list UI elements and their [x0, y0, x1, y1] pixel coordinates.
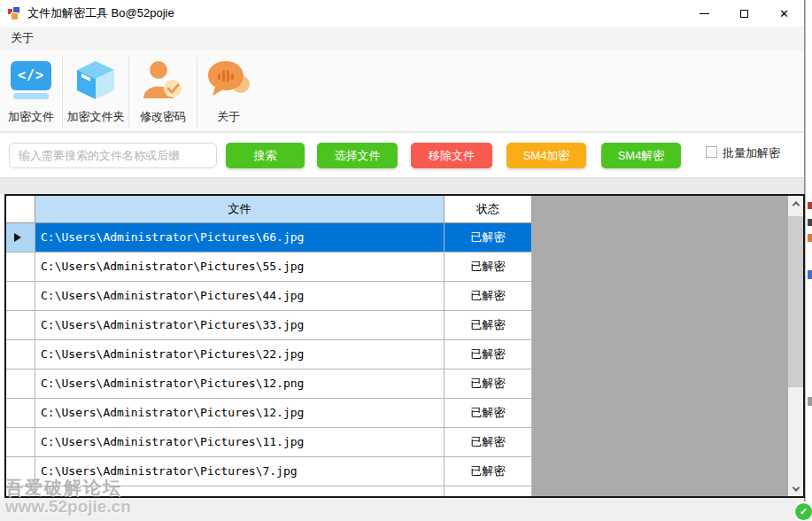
file-path-cell[interactable]: C:\Users\Administrator\Pictures\12.png	[35, 369, 445, 399]
batch-checkbox[interactable]	[706, 146, 717, 158]
minimize-icon	[700, 13, 709, 14]
current-row-arrow-icon	[14, 233, 21, 242]
maximize-button[interactable]	[724, 0, 764, 27]
minimize-button[interactable]	[684, 0, 724, 27]
remove-files-button[interactable]: 移除文件	[411, 143, 492, 168]
table-row[interactable]: C:\Users\Administrator\Pictures\33.jpg 已…	[6, 311, 803, 340]
window-title: 文件加解密工具 Bo@52pojie	[27, 5, 174, 21]
table-row[interactable]: C:\Users\Administrator\Pictures\12.png 已…	[6, 369, 803, 399]
search-button[interactable]: 搜索	[226, 143, 305, 168]
row-header-cell[interactable]	[6, 399, 35, 428]
toolbar-item-change-password[interactable]: 修改密码	[129, 55, 197, 129]
status-cell[interactable]: 已解密	[445, 253, 532, 282]
background-fragment	[808, 202, 812, 209]
menu-item-about[interactable]: 关于	[0, 27, 44, 50]
title-bar: 文件加解密工具 Bo@52pojie ✕	[0, 0, 804, 27]
watermark-forum-name: 吾爱破解论坛	[5, 476, 122, 500]
table-row[interactable]: C:\Users\Administrator\Pictures\66.jpg 已…	[6, 223, 803, 253]
select-files-button[interactable]: 选择文件	[317, 143, 398, 168]
table-row[interactable]: C:\Users\Administrator\Pictures\7.jpg 已解…	[6, 457, 803, 486]
green-check-icon: ✓	[795, 503, 812, 520]
table-row[interactable]: C:\Users\Administrator\Pictures\12.jpg 已…	[6, 399, 803, 428]
sm4-decrypt-button[interactable]: SM4解密	[601, 143, 681, 168]
screenshot-root: 文件加解密工具 Bo@52pojie ✕ 关于 </> 加密文件	[0, 0, 812, 521]
toolbar-item-label: 关于	[217, 109, 240, 125]
grid-header-row: 文件 状态	[6, 196, 803, 223]
table-row[interactable]: C:\Users\Administrator\Pictures\11.jpg 已…	[6, 428, 803, 457]
status-cell[interactable]: 已解密	[445, 311, 532, 340]
status-cell[interactable]: 已解密	[445, 223, 532, 253]
row-header-cell[interactable]	[6, 282, 35, 311]
file-path-cell[interactable]: C:\Users\Administrator\Pictures\55.jpg	[35, 253, 445, 282]
table-row[interactable]: C:\Users\Administrator\Pictures\44.jpg 已…	[6, 282, 803, 311]
status-cell[interactable]	[445, 486, 532, 498]
row-header-cell[interactable]	[6, 253, 35, 282]
panel-gap	[0, 178, 804, 194]
code-file-icon: </>	[11, 61, 51, 99]
background-fragment	[808, 397, 812, 406]
toolbar: </> 加密文件 加密文件夹	[0, 50, 804, 132]
watermark-url: www.52pojie.cn	[5, 497, 131, 517]
grid-corner-cell	[6, 196, 35, 223]
status-cell[interactable]: 已解密	[445, 457, 532, 486]
row-header-cell[interactable]	[6, 311, 35, 340]
file-path-cell[interactable]: C:\Users\Administrator\Pictures\12.jpg	[35, 399, 445, 428]
column-header-file[interactable]: 文件	[35, 196, 445, 223]
toolbar-item-label: 加密文件夹	[67, 109, 125, 125]
search-input[interactable]	[9, 143, 217, 168]
file-grid: 文件 状态 C:\Users\Administrator\Pictures\66…	[4, 194, 805, 498]
file-path-cell[interactable]: C:\Users\Administrator\Pictures\11.jpg	[35, 428, 445, 457]
action-panel: 搜索 选择文件 移除文件 SM4加密 SM4解密 批量加解密	[0, 132, 804, 178]
table-row[interactable]: C:\Users\Administrator\Pictures\55.jpg 已…	[6, 253, 803, 282]
status-cell[interactable]: 已解密	[445, 282, 532, 311]
background-app-sliver	[805, 0, 812, 521]
window-controls: ✕	[684, 0, 804, 27]
file-path-cell[interactable]: C:\Users\Administrator\Pictures\44.jpg	[35, 282, 445, 311]
scroll-down-button[interactable]	[788, 481, 803, 496]
column-header-status[interactable]: 状态	[445, 196, 532, 223]
status-cell[interactable]: 已解密	[445, 428, 532, 457]
status-cell[interactable]: 已解密	[445, 340, 532, 369]
toolbar-item-about[interactable]: 关于	[197, 55, 259, 129]
app-icon	[7, 6, 21, 20]
toolbar-item-encrypt-folder[interactable]: 加密文件夹	[63, 55, 128, 129]
table-row[interactable]: C:\Users\Administrator\Pictures\22.jpg 已…	[6, 340, 803, 369]
file-path-cell[interactable]: C:\Users\Administrator\Pictures\22.jpg	[35, 340, 445, 369]
grid-rows: C:\Users\Administrator\Pictures\66.jpg 已…	[6, 223, 803, 498]
scroll-up-button[interactable]	[788, 196, 803, 211]
user-check-icon	[142, 55, 184, 105]
background-fragment	[808, 270, 812, 279]
toolbar-item-encrypt-file[interactable]: </> 加密文件	[0, 55, 62, 129]
chat-bubble-icon	[206, 55, 251, 105]
batch-checkbox-label: 批量加解密	[723, 145, 780, 161]
background-fragment	[808, 219, 812, 226]
status-cell[interactable]: 已解密	[445, 399, 532, 428]
toolbar-item-label: 加密文件	[8, 109, 54, 125]
maximize-icon	[740, 10, 748, 18]
sm4-encrypt-button[interactable]: SM4加密	[507, 143, 586, 168]
toolbar-item-label: 修改密码	[140, 109, 186, 125]
chevron-down-icon	[792, 484, 799, 491]
background-fragment	[808, 234, 812, 242]
cube-icon	[73, 55, 118, 105]
file-path-cell[interactable]: C:\Users\Administrator\Pictures\33.jpg	[35, 311, 445, 340]
close-icon: ✕	[779, 8, 789, 19]
row-header-cell[interactable]	[6, 223, 35, 253]
chevron-up-icon	[792, 201, 799, 208]
scrollbar-thumb[interactable]	[788, 216, 803, 387]
grid-vertical-scrollbar[interactable]	[788, 196, 803, 496]
row-header-cell[interactable]	[6, 428, 35, 457]
row-header-cell[interactable]	[6, 369, 35, 399]
row-header-cell[interactable]	[6, 340, 35, 369]
status-cell[interactable]: 已解密	[445, 369, 532, 399]
close-button[interactable]: ✕	[764, 0, 804, 27]
file-path-cell[interactable]: C:\Users\Administrator\Pictures\66.jpg	[35, 223, 445, 253]
menu-bar: 关于	[0, 27, 804, 50]
app-window: 文件加解密工具 Bo@52pojie ✕ 关于 </> 加密文件	[0, 0, 805, 521]
